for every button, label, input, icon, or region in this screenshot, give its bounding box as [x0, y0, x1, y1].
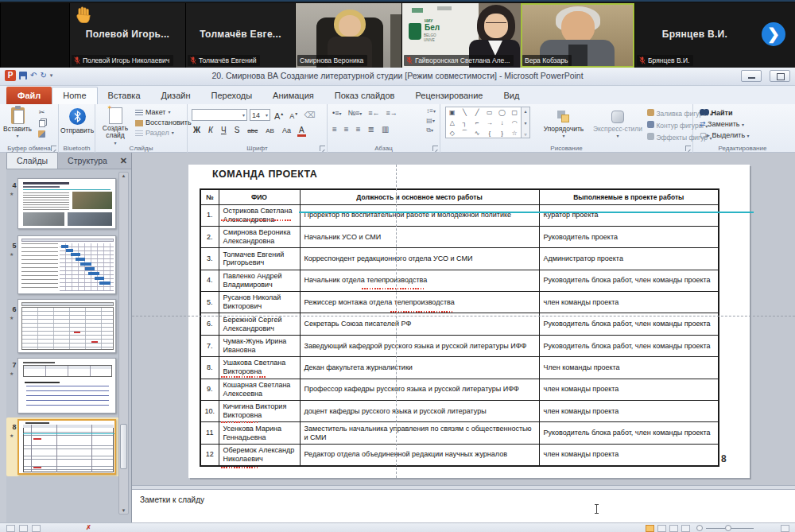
- reset-button[interactable]: Восстановить: [135, 118, 192, 128]
- bullets-icon[interactable]: •≡▾: [332, 109, 341, 117]
- arrange-button[interactable]: Упорядочить▾: [537, 111, 590, 138]
- table-row[interactable]: 8.Ушакова Светлана ВикторовнаДекан факул…: [200, 357, 719, 379]
- status-icon[interactable]: [6, 525, 15, 532]
- grow-font-button[interactable]: А▲: [273, 108, 285, 122]
- quick-styles-button[interactable]: Экспресс-стили▾: [590, 111, 646, 138]
- video-tile-tolmachev[interactable]: Толмачёв Евге... Толмачёв Евгений: [185, 3, 295, 68]
- panel-scrollbar[interactable]: ▲ ▼: [118, 172, 129, 515]
- slideshow-view-button[interactable]: [681, 525, 690, 532]
- team-table[interactable]: № ФИО Должность и основное место работы …: [200, 188, 719, 467]
- paste-button[interactable]: Вставить▾: [3, 107, 32, 138]
- tab-animations[interactable]: Анимация: [262, 87, 324, 104]
- tab-transitions[interactable]: Переходы: [200, 87, 262, 104]
- status-icon[interactable]: [19, 525, 28, 532]
- char-spacing-button[interactable]: АВ: [264, 126, 276, 137]
- video-tile-polevoy[interactable]: Полевой Игорь... Полевой Игорь Николаеви…: [69, 3, 185, 68]
- tab-view[interactable]: Вид: [493, 87, 529, 104]
- indent-increase-icon[interactable]: ≡→: [386, 109, 398, 117]
- copy-icon[interactable]: [39, 120, 45, 127]
- font-name-combo[interactable]: ▾: [192, 109, 247, 121]
- bluetooth-send-button[interactable]: Отправить: [60, 108, 94, 134]
- change-case-button[interactable]: Аа: [281, 125, 293, 136]
- align-left-icon[interactable]: ≡: [332, 125, 337, 134]
- close-panel-icon[interactable]: ✕: [120, 156, 127, 166]
- numbering-icon[interactable]: №≡▾: [347, 109, 362, 117]
- columns-icon[interactable]: ▥: [382, 125, 389, 134]
- scrollbar-thumb[interactable]: [120, 424, 127, 469]
- normal-view-button[interactable]: [646, 525, 654, 532]
- table-row[interactable]: 12Оберемок Александр НиколаевичРедактор …: [200, 444, 719, 465]
- tab-outline[interactable]: Структура: [58, 153, 117, 169]
- notes-pane[interactable]: Заметки к слайду: [132, 489, 795, 522]
- reading-view-button[interactable]: [669, 525, 678, 532]
- fit-to-window-button[interactable]: [781, 525, 789, 532]
- tab-slides-thumbnails[interactable]: Слайды: [6, 152, 58, 169]
- slide-thumbnail-4[interactable]: [17, 178, 116, 229]
- new-slide-button[interactable]: Создать слайд▾: [98, 107, 133, 146]
- shapes-scrollbar[interactable]: ▴▾▿: [522, 107, 530, 138]
- slide-thumbnail-6[interactable]: [17, 299, 116, 353]
- tab-insert[interactable]: Вставка: [98, 87, 151, 104]
- slide-title[interactable]: КОМАНДА ПРОЕКТА: [212, 169, 317, 180]
- line-spacing-icon[interactable]: ↕≡▾: [426, 107, 436, 115]
- clear-format-button[interactable]: ⌫: [302, 110, 316, 121]
- slide-thumbnail-8-selected[interactable]: [17, 419, 116, 475]
- table-row[interactable]: 4.Павленко Андрей ВладимировичНачальник …: [200, 270, 719, 291]
- cut-icon[interactable]: ✂: [39, 108, 45, 117]
- horizontal-guide[interactable]: [132, 316, 795, 316]
- tab-file[interactable]: Файл: [6, 87, 52, 104]
- align-right-icon[interactable]: ≡: [356, 125, 361, 134]
- zoom-out-button[interactable]: [696, 525, 703, 531]
- scroll-up-icon[interactable]: ▲: [119, 173, 128, 178]
- font-dialog-launcher[interactable]: [320, 146, 325, 151]
- video-tile-smirnova[interactable]: Смирнова Вероника: [295, 3, 401, 68]
- slide-canvas[interactable]: КОМАНДА ПРОЕКТА № ФИО Должность и основн…: [132, 153, 795, 485]
- shapes-gallery[interactable]: ▣╲╱▭◯▢ △┐⌐→↓◠ ◇⌒∿{}☆: [445, 107, 522, 138]
- shrink-font-button[interactable]: А▼: [288, 108, 300, 122]
- format-painter-icon[interactable]: [38, 130, 45, 138]
- slide-thumbnail-7[interactable]: [17, 358, 116, 414]
- strikethrough-button[interactable]: abc: [246, 126, 259, 137]
- table-row[interactable]: 2.Смирнова Вероника АлександровнаНачальн…: [200, 226, 719, 247]
- spellcheck-status-icon[interactable]: ✗: [86, 524, 91, 531]
- tab-design[interactable]: Дизайн: [151, 87, 201, 104]
- text-direction-icon[interactable]: ▤▾: [426, 117, 436, 124]
- slide-thumbnail-5[interactable]: [17, 235, 116, 294]
- table-row[interactable]: 1.Острикова Светлана АлександровнаПрорек…: [200, 204, 719, 226]
- underline-button[interactable]: Ч: [219, 125, 228, 136]
- video-tile-vera-active-speaker[interactable]: Вера Кобзарь: [521, 3, 634, 68]
- section-button[interactable]: Раздел▾: [135, 128, 192, 138]
- table-row[interactable]: 6.Бережной Сергей АлександровичСекретарь…: [200, 313, 719, 335]
- font-size-combo[interactable]: 14▾: [250, 109, 270, 121]
- replace-button[interactable]: ⇄ Заменить ▾: [700, 120, 750, 128]
- zoom-slider-knob[interactable]: [725, 525, 731, 531]
- find-button[interactable]: Найти: [700, 109, 750, 117]
- tab-home[interactable]: Home: [52, 87, 97, 104]
- status-icon[interactable]: [32, 525, 41, 532]
- italic-button[interactable]: К: [207, 125, 215, 136]
- minimize-button[interactable]: [741, 70, 762, 82]
- font-color-button[interactable]: А: [297, 126, 306, 137]
- table-row[interactable]: 11Усенкова Марина ГеннадьевнаЗаместитель…: [200, 422, 719, 444]
- video-tile-gaivoronskaya[interactable]: НИУ Бел BELGO UNIVE Гайворонская Светлан…: [401, 3, 521, 68]
- table-row[interactable]: 7.Чумак-Жунь Ирина ИвановнаЗаведующий ка…: [200, 335, 719, 356]
- table-row[interactable]: 3.Толмачев Евгений ГригорьевичКорреспонд…: [200, 248, 719, 270]
- table-row[interactable]: 9.Кошарная Светлана АлексеевнаПрофессор …: [200, 379, 719, 400]
- table-row[interactable]: 5.Русанов Николай ВикторовичРежиссер мон…: [200, 292, 719, 313]
- shadow-button[interactable]: S: [233, 125, 242, 136]
- table-row[interactable]: 10.Кичигина Виктория Викторовнадоцент ка…: [200, 401, 719, 422]
- align-justify-icon[interactable]: ≣: [368, 125, 374, 134]
- paragraph-dialog-launcher[interactable]: [432, 146, 438, 151]
- drawing-dialog-launcher[interactable]: [685, 146, 691, 151]
- clipboard-dialog-launcher[interactable]: [51, 146, 56, 151]
- align-center-icon[interactable]: ≡: [344, 125, 349, 134]
- bold-button[interactable]: Ж: [192, 125, 202, 136]
- layout-button[interactable]: Макет▾: [135, 107, 192, 118]
- indent-decrease-icon[interactable]: ≡←: [368, 109, 379, 117]
- smartart-convert-icon[interactable]: ⧉▾: [426, 126, 436, 134]
- tab-review[interactable]: Рецензирование: [405, 87, 493, 104]
- restore-button[interactable]: [770, 70, 790, 82]
- tab-slideshow[interactable]: Показ слайдов: [324, 87, 405, 104]
- more-participants-button[interactable]: ❯: [762, 22, 785, 46]
- slide-sorter-view-button[interactable]: [657, 525, 666, 532]
